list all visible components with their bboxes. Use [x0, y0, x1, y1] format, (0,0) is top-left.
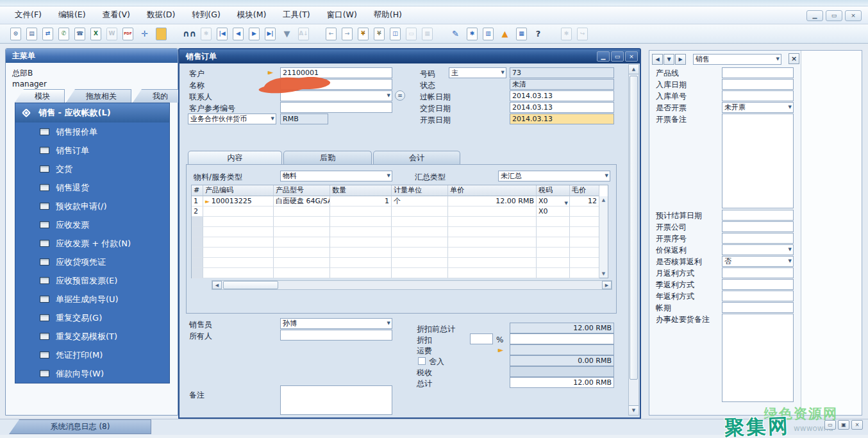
volume-icon[interactable]: ▭ [406, 28, 417, 40]
table-cell[interactable] [274, 227, 330, 237]
document-date-input[interactable]: 2014.03.13 [510, 114, 614, 124]
chevron-down-icon[interactable]: ▼ [565, 199, 568, 206]
table-cell[interactable] [570, 227, 599, 237]
scroll-up-icon[interactable]: ▲ [629, 65, 638, 74]
menu-item[interactable]: 编辑(E) [50, 8, 94, 22]
table-row[interactable] [192, 227, 608, 237]
table-cell[interactable] [192, 268, 203, 278]
field-input[interactable] [722, 267, 794, 278]
table-cell[interactable] [570, 237, 599, 248]
module-section-header[interactable]: 销售 - 应收帐款(L) [15, 103, 169, 122]
main-menu-tab[interactable]: 我的 [133, 89, 179, 103]
table-cell[interactable] [192, 227, 203, 237]
field-input[interactable] [722, 302, 794, 313]
help-icon[interactable]: ? [532, 28, 544, 40]
table-cell[interactable] [392, 237, 448, 248]
field-input[interactable] [722, 90, 794, 101]
sidebar-item[interactable]: 销售报价单 [15, 122, 169, 141]
scroll-down-icon[interactable]: ▼ [599, 271, 608, 276]
table-cell[interactable] [537, 237, 570, 248]
column-header[interactable]: 数量 [330, 185, 392, 196]
scrollbar-thumb[interactable] [630, 76, 638, 380]
minimize-icon[interactable]: ▁ [597, 51, 610, 62]
next-record-icon[interactable]: ▶ [675, 54, 686, 65]
table-vertical-scrollbar[interactable]: ▲▼ [599, 196, 608, 278]
sidebar-item[interactable]: 销售退货 [15, 178, 169, 197]
table-cell[interactable] [203, 237, 274, 248]
sidebar-item[interactable]: 应收发票 + 付款(N) [15, 234, 169, 253]
service-settings-icon[interactable]: ✱ [561, 28, 572, 40]
fax-icon[interactable]: ☎ [74, 28, 85, 40]
bp-currency-select[interactable]: 业务合作伙伴货币▼ [188, 114, 276, 124]
table-cell[interactable] [330, 258, 392, 268]
picture-icon[interactable]: ▦ [422, 28, 433, 40]
table-cell[interactable] [274, 248, 330, 258]
table-cell[interactable] [537, 248, 570, 258]
column-header[interactable]: 产品编码 [203, 185, 274, 196]
table-cell[interactable] [570, 206, 599, 217]
tab-logistics[interactable]: 后勤 [283, 151, 372, 165]
table-row[interactable] [192, 248, 608, 258]
sidebar-item[interactable]: 凭证打印(M) [15, 346, 169, 364]
scroll-down-icon[interactable]: ▼ [629, 405, 638, 415]
field-input[interactable] [722, 291, 794, 301]
table-cell[interactable] [570, 268, 599, 278]
table-cell[interactable]: 1 [330, 196, 392, 206]
record-list-icon[interactable]: ▼ [664, 54, 674, 65]
table-cell[interactable] [392, 268, 448, 278]
sidebar-item[interactable]: 销售订单 [15, 141, 169, 160]
table-cell[interactable] [192, 237, 203, 248]
window-vertical-scrollbar[interactable]: ▲ ▼ [628, 64, 639, 416]
main-menu-titlebar[interactable]: 主菜单 [6, 49, 178, 63]
table-cell[interactable] [192, 248, 203, 258]
field-select[interactable]: 否▼ [722, 256, 794, 267]
column-header[interactable]: 计量单位 [392, 185, 448, 196]
number-series-select[interactable]: 主▼ [449, 67, 506, 78]
field-textarea[interactable] [722, 314, 794, 402]
close-icon[interactable]: × [845, 10, 862, 21]
restore-icon[interactable]: ▭ [824, 420, 836, 430]
menu-item[interactable]: 模块(M) [229, 8, 275, 22]
scrollbar-thumb[interactable] [223, 281, 278, 289]
sales-order-titlebar[interactable]: 销售订单 [179, 49, 640, 63]
column-header[interactable]: 单价 [448, 185, 537, 196]
table-cell[interactable] [448, 258, 537, 268]
table-cell[interactable] [203, 248, 274, 258]
delivery-date-input[interactable]: 2014.03.13 [510, 102, 614, 113]
table-cell[interactable] [448, 227, 537, 237]
table-cell[interactable]: 12.00 RMB [448, 196, 537, 206]
excel-export-icon[interactable]: X [90, 28, 101, 40]
table-cell[interactable] [448, 237, 537, 248]
table-cell[interactable]: 2 [192, 206, 203, 217]
table-row[interactable] [192, 258, 608, 268]
table-cell[interactable] [330, 217, 392, 227]
find-icon[interactable]: ∩∩ [183, 28, 196, 40]
remarks-textarea[interactable] [280, 385, 392, 415]
sidebar-item[interactable]: 重复交易模板(T) [15, 327, 169, 346]
customer-ref-input[interactable] [280, 102, 392, 113]
rounding-checkbox[interactable] [418, 357, 426, 365]
table-cell[interactable] [203, 258, 274, 268]
field-input[interactable] [722, 233, 794, 244]
first-record-icon[interactable]: |◀ [217, 28, 228, 40]
sidebar-item[interactable]: 应收预留发票(E) [15, 271, 169, 290]
sidebar-item[interactable]: 交货 [15, 160, 169, 178]
field-textarea[interactable] [722, 114, 794, 208]
table-cell[interactable] [274, 206, 330, 217]
table-cell[interactable]: ► 100013225 [203, 196, 274, 206]
posting-date-input[interactable]: 2014.03.13 [510, 90, 614, 101]
move-icon[interactable]: ✛ [138, 28, 151, 40]
table-cell[interactable] [537, 217, 570, 227]
table-cell[interactable] [570, 258, 599, 268]
table-cell[interactable] [274, 237, 330, 248]
last-record-icon[interactable]: ▶| [265, 28, 276, 40]
scroll-up-icon[interactable]: ▲ [599, 198, 608, 203]
table-horizontal-scrollbar[interactable]: ◀ ▶ [212, 280, 612, 290]
sidebar-item[interactable]: 重复交易(G) [15, 308, 169, 327]
contact-expand-button[interactable]: ≡ [395, 90, 405, 101]
lock-icon[interactable] [156, 28, 167, 40]
previous-record-icon[interactable]: ◀ [233, 28, 244, 40]
sidebar-item[interactable]: 应收发票 [15, 215, 169, 234]
minimize-icon[interactable]: ▁ [806, 10, 823, 21]
sidebar-item[interactable]: 应收贷项凭证 [15, 253, 169, 271]
